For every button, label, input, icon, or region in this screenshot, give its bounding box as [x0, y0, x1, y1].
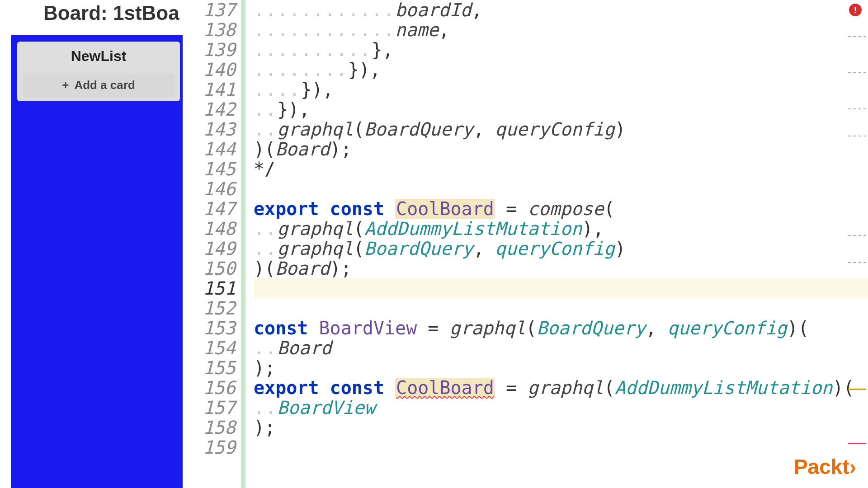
- board-area[interactable]: NewList + Add a card: [11, 35, 183, 488]
- code-token: BoardView: [319, 318, 417, 338]
- code-token: AddDummyListMutation: [364, 219, 582, 239]
- code-token: Board: [277, 338, 331, 358]
- line-number: 148: [183, 219, 236, 239]
- code-token: );: [254, 358, 275, 378]
- code-token: ,: [473, 119, 495, 139]
- code-token: graphql: [277, 239, 354, 258]
- code-token: export: [254, 199, 330, 219]
- git-change-bar: [241, 0, 245, 488]
- code-token: ,: [646, 318, 667, 338]
- whitespace-indicator: ..: [254, 119, 277, 139]
- code-line[interactable]: [254, 278, 868, 298]
- line-number: 155: [183, 358, 236, 378]
- code-line[interactable]: export const CoolBoard = compose(: [254, 199, 868, 219]
- code-token: }),: [277, 99, 310, 119]
- code-token: ),: [582, 219, 604, 239]
- code-line[interactable]: ........}),: [254, 60, 868, 80]
- whitespace-indicator: ..: [254, 398, 277, 418]
- code-line[interactable]: ............name,: [254, 20, 868, 40]
- add-card-button[interactable]: + Add a card: [23, 73, 175, 98]
- code-line[interactable]: ..}),: [254, 99, 868, 119]
- list-card: NewList + Add a card: [17, 42, 180, 101]
- code-token: */: [254, 159, 275, 179]
- whitespace-indicator: ..: [254, 99, 277, 119]
- code-line[interactable]: ..graphql(BoardQuery, queryConfig): [254, 239, 868, 258]
- code-token: },: [372, 40, 393, 60]
- code-area[interactable]: ............boardId,............name,...…: [245, 0, 868, 488]
- brand-logo: Packt›: [794, 455, 856, 479]
- code-token: ,: [439, 20, 449, 40]
- code-line[interactable]: const BoardView = graphql(BoardQuery, qu…: [254, 318, 868, 338]
- line-number: 151: [183, 278, 236, 298]
- code-line[interactable]: ..graphql(AddDummyListMutation),: [254, 219, 868, 239]
- code-line[interactable]: [254, 298, 868, 318]
- code-token: }),: [348, 60, 381, 80]
- code-token: =: [417, 318, 449, 338]
- code-token: Board: [275, 258, 330, 278]
- line-number: 152: [183, 298, 236, 318]
- code-token: ,: [473, 239, 495, 258]
- code-line[interactable]: */: [254, 159, 868, 179]
- code-line[interactable]: ..graphql(BoardQuery, queryConfig): [254, 119, 868, 139]
- code-token: export: [254, 378, 330, 398]
- code-token: (: [604, 378, 615, 398]
- line-number: 157: [183, 398, 236, 418]
- code-line[interactable]: );: [254, 358, 868, 378]
- code-token: (: [354, 119, 364, 139]
- minimap[interactable]: [843, 18, 868, 470]
- code-line[interactable]: ..Board: [254, 338, 868, 358]
- code-line[interactable]: [254, 437, 868, 457]
- line-number: 147: [183, 199, 236, 219]
- code-token: (: [354, 219, 364, 239]
- line-number: 149: [183, 239, 236, 258]
- line-number: 158: [183, 418, 236, 437]
- code-token: boardId: [395, 0, 472, 20]
- code-token: =: [495, 378, 528, 398]
- line-number-gutter: 1371381391401411421431441451461471481491…: [183, 0, 241, 488]
- code-token: );: [254, 418, 275, 437]
- line-number: 146: [183, 179, 236, 199]
- code-line[interactable]: ..........},: [254, 40, 868, 60]
- code-token: BoardView: [277, 398, 375, 418]
- code-token: queryConfig: [495, 119, 615, 139]
- code-editor[interactable]: 1371381391401411421431441451461471481491…: [183, 0, 868, 488]
- code-token: );: [330, 139, 352, 159]
- line-number: 142: [183, 99, 236, 119]
- code-token: ): [615, 119, 626, 139]
- whitespace-indicator: ............: [254, 20, 395, 40]
- code-token: (: [604, 199, 615, 219]
- code-line[interactable]: )(Board);: [254, 258, 868, 278]
- line-number: 145: [183, 159, 236, 179]
- code-token: Board: [275, 139, 330, 159]
- code-token: ,: [472, 0, 482, 20]
- board-title: Board: 1stBoa: [0, 0, 183, 30]
- code-token: (: [354, 239, 364, 258]
- code-token: ): [615, 239, 626, 258]
- code-line[interactable]: ............boardId,: [254, 0, 868, 20]
- code-token: graphql: [277, 219, 354, 239]
- code-line[interactable]: )(Board);: [254, 139, 868, 159]
- list-title: NewList: [23, 48, 175, 65]
- code-token: queryConfig: [495, 239, 615, 258]
- line-number: 150: [183, 258, 236, 278]
- whitespace-indicator: ..: [254, 338, 277, 358]
- code-line[interactable]: ..BoardView: [254, 398, 868, 418]
- code-token: );: [330, 258, 352, 278]
- whitespace-indicator: ..........: [254, 40, 372, 60]
- error-indicator-icon[interactable]: !: [849, 4, 862, 16]
- code-token: const: [254, 318, 319, 338]
- code-line[interactable]: [254, 179, 868, 199]
- code-token: graphql: [450, 318, 526, 338]
- code-token: }),: [301, 80, 333, 99]
- code-line[interactable]: ....}),: [254, 80, 868, 99]
- whitespace-indicator: ....: [254, 80, 301, 99]
- line-number: 144: [183, 139, 236, 159]
- add-card-label: Add a card: [74, 78, 135, 92]
- code-token: CoolBoard: [395, 378, 495, 398]
- plus-icon: +: [62, 78, 69, 92]
- code-token: graphql: [277, 119, 354, 139]
- code-token: CoolBoard: [395, 199, 495, 219]
- code-line[interactable]: );: [254, 418, 868, 437]
- line-number: 143: [183, 119, 236, 139]
- code-line[interactable]: export const CoolBoard = graphql(AddDumm…: [254, 378, 868, 398]
